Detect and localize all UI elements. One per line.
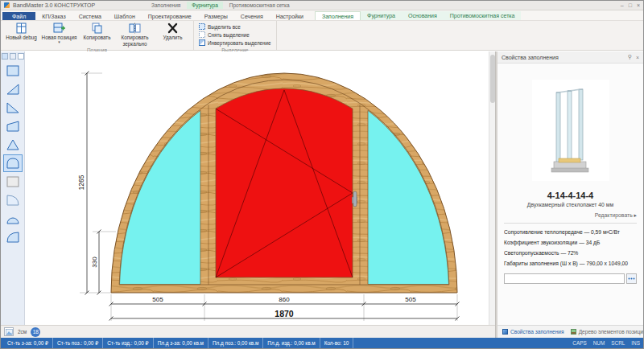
tab-file[interactable]: Файл xyxy=(2,12,35,20)
new-position-icon xyxy=(53,23,65,34)
copy-button[interactable]: Копировать xyxy=(78,22,116,41)
ctx-tab-fillings[interactable]: Заполнения xyxy=(147,2,185,9)
drawing-canvas[interactable]: 505 860 505 1870 1265 330 xyxy=(25,51,495,338)
app-window: BandMaster 3.0 КОНСТРУКТОР Заполнения Фу… xyxy=(0,0,644,349)
glazing-unit-image xyxy=(504,68,637,184)
ribbon-tabs: Файл КП/Заказ Система Шаблон Проектирова… xyxy=(1,10,643,21)
status-position-area: Пл.д поз.: 0,00 кв.м xyxy=(208,338,263,348)
filling-properties-icon xyxy=(502,329,508,335)
prop-light-transmission: Светопропускаемость — 72% xyxy=(504,248,637,258)
shape-semicircle[interactable] xyxy=(3,210,23,228)
panel-bottom-tabs: Свойства заполнения Дерево элементов поз… xyxy=(497,325,643,338)
preview-image-icon[interactable] xyxy=(4,327,14,336)
pin-icon[interactable]: ⚲ xyxy=(628,54,632,60)
shape-rect-window[interactable] xyxy=(3,62,23,80)
shape-arch-window[interactable] xyxy=(3,154,23,172)
dim-label-lower-height: 330 xyxy=(91,257,98,268)
scrollbar-thumb[interactable] xyxy=(490,55,495,103)
delete-button[interactable]: Удалить xyxy=(154,22,192,41)
tab-element-tree[interactable]: Дерево элементов позиции xyxy=(571,329,644,335)
tab-system[interactable]: Система xyxy=(72,12,108,20)
contextual-tab-group: Заполнения Фурнитура Противомоскитная се… xyxy=(147,2,295,9)
delete-icon xyxy=(167,23,179,34)
copy-mirror-button[interactable]: Копировать зеркально xyxy=(116,22,154,47)
status-product-cost: Ст-ть изд.: 0,00 ₽ xyxy=(103,338,153,348)
prop-sound-insulation: Коэффициент звукоизоляции — 34 дБ xyxy=(504,237,637,248)
caps-lock-indicator: CAPS xyxy=(569,340,589,346)
properties-panel: Свойства заполнения ⚲ × xyxy=(497,51,643,338)
tab-template[interactable]: Шаблон xyxy=(108,12,142,20)
window-drawing: 505 860 505 1870 1265 330 xyxy=(25,51,492,330)
tab-hardware[interactable]: Фурнитура xyxy=(361,11,402,20)
vertical-scrollbar[interactable] xyxy=(489,51,495,325)
mini-tool-grid-icon[interactable] xyxy=(18,53,24,60)
titlebar: BandMaster 3.0 КОНСТРУКТОР Заполнения Фу… xyxy=(1,1,643,10)
prop-heat-resistance: Сопротивление теплопередаче — 0,59 м²С/В… xyxy=(504,227,637,237)
clear-selection-button[interactable]: Снять выделение xyxy=(199,31,271,39)
insert-indicator: INS xyxy=(628,340,643,346)
dim-label-total-width: 1870 xyxy=(275,309,294,318)
status-product-area: Пл.д. изд.: 0,00 кв.м xyxy=(263,338,320,348)
mini-tool-window-icon[interactable] xyxy=(2,53,8,60)
panel-title: Свойства заполнения xyxy=(502,55,624,60)
statusbar: Ст-ть з-за: 0,00 ₽ Ст-ть поз.: 0,00 ₽ Ст… xyxy=(1,338,643,348)
center-sash-glass-selected[interactable] xyxy=(216,88,353,277)
app-icon xyxy=(4,2,10,8)
shape-plain-rect[interactable] xyxy=(3,173,23,191)
new-position-button[interactable]: Новая позиция ▾ xyxy=(40,22,78,43)
window-controls: – □ × xyxy=(621,2,640,10)
ctx-tab-mosquito-net[interactable]: Противомоскитная сетка xyxy=(225,2,295,9)
status-order-cost: Ст-ть з-за: 0,00 ₽ xyxy=(3,338,53,348)
new-debug-icon xyxy=(15,23,27,34)
tab-dimensions[interactable]: Размеры xyxy=(198,12,234,20)
invert-selection-button[interactable]: Инвертировать выделение xyxy=(199,39,271,47)
new-debug-button[interactable]: Новый debug xyxy=(2,22,40,41)
shape-quarter-arch[interactable] xyxy=(3,191,23,209)
shape-triangle-left[interactable] xyxy=(3,99,23,117)
tab-settings[interactable]: Настройки xyxy=(270,12,310,20)
ribbon: Новый debug Новая позиция ▾ Копировать xyxy=(1,21,643,51)
ribbon-group-selection: Выделить все Снять выделение Инвертирова… xyxy=(194,21,277,50)
dim-label-total-height: 1265 xyxy=(77,174,85,190)
tab-filling-properties[interactable]: Свойства заполнения xyxy=(502,329,564,335)
status-quantity: Кол-во: 10 xyxy=(320,338,354,348)
more-options-button[interactable] xyxy=(626,273,637,284)
ctx-tab-hardware[interactable]: Фурнитура xyxy=(187,2,222,9)
ribbon-group-position: Новый debug Новая позиция ▾ Копировать xyxy=(1,21,194,50)
tab-bases[interactable]: Основания xyxy=(402,11,444,20)
num-lock-indicator: NUM xyxy=(590,340,609,346)
tab-sections[interactable]: Сечения xyxy=(234,12,270,20)
copy-icon xyxy=(91,23,103,34)
count-badge[interactable]: 18 xyxy=(31,327,40,337)
shape-triangle-right[interactable] xyxy=(3,80,23,98)
dim-label-center-width: 860 xyxy=(279,296,290,303)
dim-label-left-width: 505 xyxy=(152,296,163,303)
tab-kp-order[interactable]: КП/Заказ xyxy=(35,12,72,20)
dim-label-right-width: 505 xyxy=(405,296,416,303)
contextual-tabs: Заполнения Фурнитура Основания Противомо… xyxy=(315,11,521,20)
mini-tool-layers-icon[interactable] xyxy=(10,53,16,60)
filling-search-input[interactable] xyxy=(504,273,625,284)
scroll-lock-indicator: SCRL xyxy=(608,340,628,346)
shape-quarter-arch-mirror[interactable] xyxy=(3,228,23,246)
copy-mirror-icon xyxy=(129,23,141,34)
canvas-bottom-toolbar: 2см 18 xyxy=(1,325,495,338)
close-button[interactable]: × xyxy=(637,2,640,10)
main-area: 505 860 505 1870 1265 330 2см 18 Свойств… xyxy=(1,51,643,338)
maximize-button[interactable]: □ xyxy=(629,2,632,10)
glazing-description: Двухкамерный стеклопакет 40 мм xyxy=(504,202,637,207)
panel-close-icon[interactable]: × xyxy=(636,55,639,60)
shape-toolbar xyxy=(1,51,25,338)
edit-link[interactable]: Редактировать ▸ xyxy=(504,212,637,219)
tab-mosquito-net[interactable]: Противомоскитная сетка xyxy=(444,11,522,20)
shape-trapezoid[interactable] xyxy=(3,117,23,135)
tab-fillings[interactable]: Заполнения xyxy=(315,11,361,20)
select-all-button[interactable]: Выделить все xyxy=(199,23,271,31)
scale-label[interactable]: 2см xyxy=(18,329,27,335)
window-handle[interactable] xyxy=(353,191,357,207)
minimize-button[interactable]: – xyxy=(621,2,624,10)
shape-triangle[interactable] xyxy=(3,136,23,154)
status-position-cost: Ст-ть поз.: 0,00 ₽ xyxy=(53,338,103,348)
invert-selection-icon xyxy=(199,39,205,47)
tab-design[interactable]: Проектирование xyxy=(142,12,198,20)
